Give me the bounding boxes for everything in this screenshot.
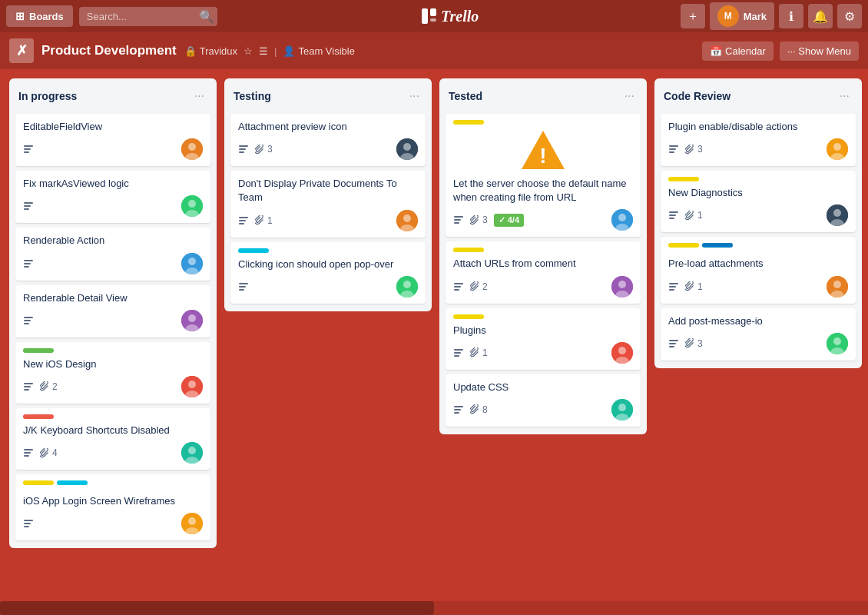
card[interactable]: Fix markAsViewed logic [15,171,210,223]
settings-button[interactable]: ⚙ [837,4,862,28]
card-label [453,314,484,319]
show-menu-button[interactable]: ··· Show Menu [780,42,859,61]
column-menu-code-review[interactable]: ··· [837,88,853,105]
card[interactable]: Attachment preview icon3 [230,114,426,166]
card-footer-left: 3✓ 4/4 [453,214,524,227]
card[interactable]: Renderable Action [15,228,210,280]
card[interactable]: Pre-load attachments1 [661,237,856,303]
svg-rect-82 [454,412,459,414]
card[interactable]: EditableFieldView [15,114,210,166]
star-button[interactable]: ☆ [244,45,253,57]
column-menu-tested[interactable]: ··· [621,88,638,105]
svg-rect-93 [669,214,676,216]
add-button[interactable]: ＋ [681,4,705,28]
card-footer-left: 3 [238,144,273,155]
menu-dots-button[interactable]: ☰ [259,45,268,57]
card[interactable]: New iOS Design2 [15,342,210,404]
grid-icon: ⊞ [15,10,25,22]
column-menu-testing[interactable]: ··· [406,88,422,105]
card-title: Attachment preview icon [238,120,418,134]
card[interactable]: Attach URLs from comment2 [446,241,641,303]
description-icon [23,315,34,326]
card-avatar [181,310,203,331]
card[interactable]: Plugin enable/disable actions3 [661,114,856,166]
svg-rect-106 [669,346,674,347]
svg-point-102 [833,281,841,288]
card-footer: 1 [238,210,418,231]
card-footer-left: 3 [668,144,703,155]
user-menu-button[interactable]: M Mark [710,2,774,30]
column-in-progress: In progress···EditableFieldView Fix mark… [9,78,217,548]
card[interactable]: Update CSS8 [446,374,641,427]
notifications-button[interactable]: 🔔 [808,4,833,28]
description-icon [453,404,464,415]
info-button[interactable]: ℹ [779,4,803,28]
card-footer-left [23,315,34,326]
card[interactable]: ! Let the server choose the default name… [446,114,641,237]
svg-point-28 [188,381,196,388]
attachment-count: 1 [255,215,273,226]
card[interactable]: iOS App Login Screen Wireframes [15,474,210,540]
card-footer: 3 [238,138,418,160]
card-footer-left: 3 [668,338,703,349]
svg-rect-12 [24,260,33,261]
svg-rect-70 [454,289,459,291]
description-icon [238,144,249,155]
description-icon [238,281,249,292]
card-footer-left: 2 [453,281,488,292]
card-footer: 2 [453,276,633,298]
card[interactable]: New Diagnostics1 [661,171,856,232]
card[interactable]: Plugins1 [446,308,641,370]
svg-rect-100 [669,289,674,291]
svg-rect-69 [454,286,461,288]
svg-rect-87 [669,148,676,150]
svg-rect-18 [24,317,33,318]
card-avatar [396,276,418,298]
user-name: Mark [744,11,767,22]
user-avatar: M [717,5,739,27]
calendar-button[interactable]: 📅 Calendar [702,42,773,61]
card-avatar [611,209,633,231]
card[interactable]: Add post-message-io3 [661,308,856,361]
boards-button[interactable]: ⊞ Boards [6,5,73,27]
card[interactable]: Renderable Detail View [15,285,210,337]
svg-rect-81 [454,409,461,411]
card[interactable]: J/K Keyboard Shortcuts Disabled4 [15,408,210,470]
description-icon [23,144,34,155]
attachment-count: 8 [470,404,488,415]
search-input[interactable] [79,7,217,26]
svg-rect-2 [24,151,29,153]
visibility-button[interactable]: 👤 Team Visible [283,45,354,57]
svg-rect-56 [239,289,244,291]
card-label [57,480,88,485]
card[interactable]: Don't Display Private Documents To Team1 [230,171,426,237]
description-icon [23,201,34,211]
svg-rect-48 [239,217,248,218]
card-title: Clicking icon should open pop-over [238,258,418,271]
horizontal-scrollbar[interactable] [0,601,868,615]
card-avatar [181,138,203,160]
card-footer: 1 [453,342,633,364]
card-label [453,248,484,252]
card-footer: 3 [668,333,848,354]
card-avatar [611,276,633,298]
column-tested: Tested··· ! Let the server choose the de… [439,78,647,434]
top-navigation: ⊞ Boards 🔍 Trello ＋ M Mark ℹ 🔔 ⚙ [0,0,868,32]
card-footer-left [23,518,34,529]
description-icon [238,215,249,226]
show-menu-label: Show Menu [798,45,851,57]
card-footer [238,276,418,298]
card-footer [23,310,203,331]
svg-rect-99 [669,286,676,288]
column-header-in-progress: In progress··· [15,86,210,106]
column-menu-in-progress[interactable]: ··· [191,88,207,105]
svg-rect-20 [24,323,29,324]
card-footer-left: 1 [668,210,703,221]
svg-rect-6 [24,202,33,204]
workspace-button[interactable]: 🔒 Travidux [184,45,237,57]
card-title: Pre-load attachments [668,257,848,271]
svg-point-66 [618,214,626,221]
attachment-count: 1 [685,210,703,221]
boards-label: Boards [29,11,64,22]
card[interactable]: Clicking icon should open pop-over [230,242,426,304]
